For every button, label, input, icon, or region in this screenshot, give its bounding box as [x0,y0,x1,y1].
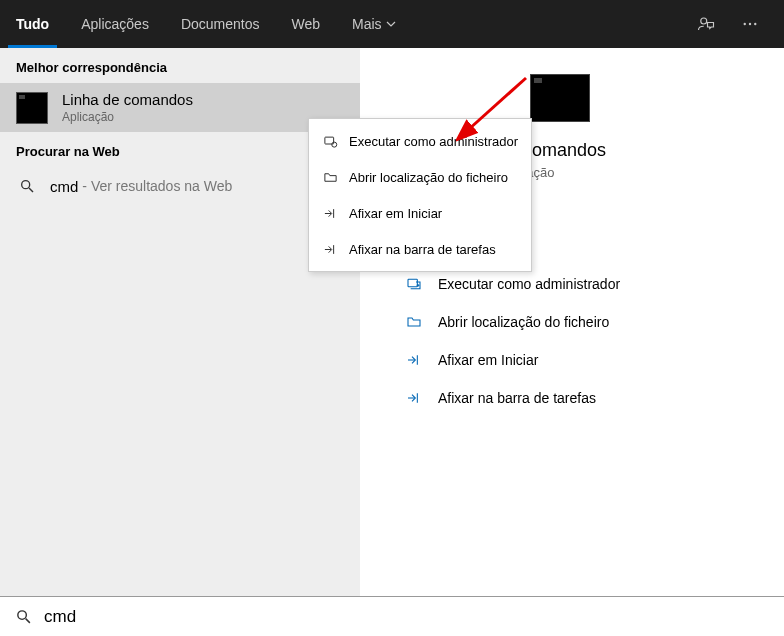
action-pin-start[interactable]: Afixar em Iniciar [396,342,764,378]
svg-point-20 [17,611,25,620]
svg-point-4 [22,181,30,189]
tab-strip: Tudo Aplicações Documentos Web Mais [0,0,412,48]
ctx-label: Executar como administrador [349,134,518,149]
tab-label: Aplicações [81,16,149,32]
web-search-header: Procurar na Web [0,132,360,167]
tab-apps[interactable]: Aplicações [65,0,165,48]
result-subtitle: Aplicação [62,110,193,124]
action-open-location[interactable]: Abrir localização do ficheiro [396,304,764,340]
tab-web[interactable]: Web [275,0,336,48]
pin-start-icon [404,350,424,370]
result-text: Linha de comandos Aplicação [62,91,193,124]
svg-point-1 [744,23,746,25]
preview-title: de comandos [498,140,764,161]
ctx-open-location[interactable]: Abrir localização do ficheiro [309,159,531,195]
svg-line-21 [25,619,29,623]
folder-location-icon [321,168,339,186]
shield-admin-icon [321,132,339,150]
folder-location-icon [404,312,424,332]
context-menu: Executar como administrador Abrir locali… [308,118,532,272]
search-icon [14,608,32,626]
cmd-app-icon [16,92,48,124]
topbar-actions [688,0,784,48]
ctx-label: Afixar em Iniciar [349,206,442,221]
best-match-header: Melhor correspondência [0,48,360,83]
web-query-text: cmd [50,178,78,195]
tab-label: Documentos [181,16,260,32]
svg-point-0 [701,18,707,24]
ctx-pin-start[interactable]: Afixar em Iniciar [309,195,531,231]
tab-all[interactable]: Tudo [0,0,65,48]
more-options-icon[interactable] [732,6,768,42]
tab-label: Web [291,16,320,32]
best-match-result[interactable]: Linha de comandos Aplicação [0,83,360,132]
pin-taskbar-icon [321,240,339,258]
svg-point-3 [754,23,756,25]
action-label: Executar como administrador [438,276,620,292]
ctx-run-admin[interactable]: Executar como administrador [309,123,531,159]
chevron-down-icon [386,19,396,29]
ctx-pin-taskbar[interactable]: Afixar na barra de tarefas [309,231,531,267]
feedback-icon[interactable] [688,6,724,42]
ctx-label: Abrir localização do ficheiro [349,170,508,185]
results-panel: Melhor correspondência Linha de comandos… [0,48,360,596]
search-bar[interactable]: cmd [0,596,784,636]
preview-subtitle: Aplicação [498,165,764,180]
action-label: Abrir localização do ficheiro [438,314,609,330]
pin-taskbar-icon [404,388,424,408]
shield-admin-icon [404,274,424,294]
svg-point-2 [749,23,751,25]
pin-start-icon [321,204,339,222]
svg-point-14 [331,142,336,147]
preview-app-icon [530,74,590,122]
tab-label: Mais [352,16,382,32]
tab-documents[interactable]: Documentos [165,0,276,48]
tab-label: Tudo [16,16,49,32]
action-pin-taskbar[interactable]: Afixar na barra de tarefas [396,380,764,416]
svg-line-5 [29,188,33,192]
result-title: Linha de comandos [62,91,193,108]
action-label: Afixar em Iniciar [438,352,538,368]
top-nav: Tudo Aplicações Documentos Web Mais [0,0,784,48]
ctx-label: Afixar na barra de tarefas [349,242,496,257]
svg-rect-8 [408,279,417,286]
action-label: Afixar na barra de tarefas [438,390,596,406]
search-query-text: cmd [44,607,76,627]
tab-more[interactable]: Mais [336,0,412,48]
web-suffix-text: - Ver resultados na Web [82,178,232,194]
search-icon [18,177,36,195]
web-search-result[interactable]: cmd - Ver resultados na Web [0,167,360,205]
